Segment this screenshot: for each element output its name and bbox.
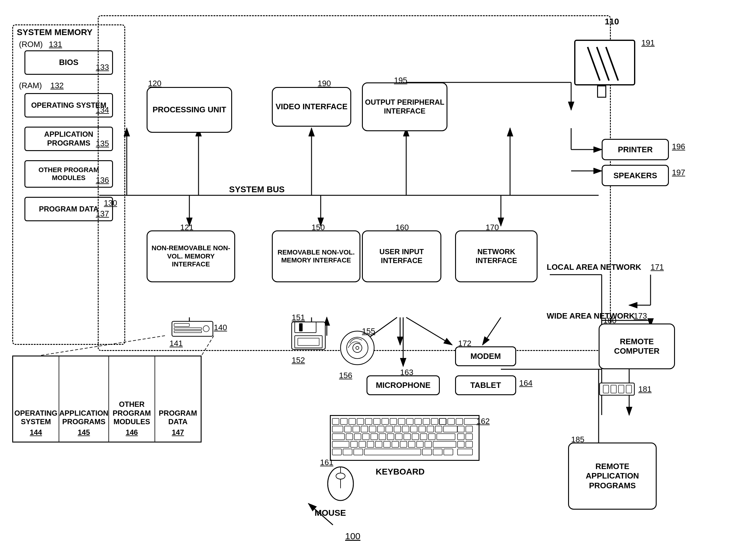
svg-rect-109 — [458, 434, 464, 440]
svg-rect-57 — [448, 418, 454, 424]
floppy2-ref: 152 — [292, 356, 305, 365]
keyboard-label: KEYBOARD — [376, 467, 425, 477]
hdd-ref: 140 — [214, 323, 227, 332]
svg-point-127 — [341, 331, 374, 365]
mouse-ref: 161 — [320, 458, 333, 467]
video-interface-box: VIDEO INTERFACE — [272, 87, 351, 127]
ref-100: 100 — [345, 531, 361, 541]
svg-rect-89 — [351, 441, 357, 447]
tablet-ref: 164 — [519, 378, 533, 388]
rc-ref: 180 — [603, 316, 616, 325]
svg-rect-103 — [364, 449, 421, 455]
svg-rect-58 — [456, 418, 463, 424]
svg-rect-44 — [341, 418, 347, 424]
output-peripheral-label: OUTPUT PERIPHERAL INTERFACE — [363, 98, 447, 116]
nonrem-box: NON-REMOVABLE NON-VOL. MEMORY INTERFACE — [147, 231, 235, 282]
ni-ref: 170 — [486, 223, 499, 232]
user-input-label: USER INPUT INTERFACE — [363, 247, 440, 265]
wan-ref: 173 — [634, 311, 647, 321]
svg-rect-88 — [332, 441, 349, 447]
svg-rect-91 — [367, 441, 374, 447]
remote-app-label: REMOTE APPLICATION PROGRAMS — [569, 462, 656, 491]
rom-label: (ROM) — [19, 40, 43, 49]
ram-ref: 132 — [51, 81, 63, 90]
monitor — [571, 37, 638, 98]
svg-rect-52 — [407, 418, 413, 424]
svg-rect-92 — [375, 441, 382, 447]
svg-rect-101 — [343, 449, 352, 455]
svg-rect-131 — [600, 383, 634, 395]
computer-container — [98, 15, 611, 351]
svg-rect-82 — [395, 434, 402, 440]
floppy-ref: 151 — [292, 313, 305, 322]
pu-ref: 120 — [148, 79, 161, 88]
nonrem-ref: 121 — [180, 223, 193, 232]
svg-rect-60 — [439, 418, 446, 424]
svg-rect-79 — [371, 434, 377, 440]
svg-rect-81 — [387, 434, 394, 440]
monitor-ref: 191 — [641, 38, 655, 47]
svg-rect-113 — [458, 449, 472, 455]
svg-rect-56 — [440, 418, 446, 424]
svg-rect-64 — [361, 426, 368, 432]
lan-ref: 171 — [651, 262, 664, 272]
table-app-ref: 145 — [78, 428, 90, 437]
hdd-icon — [171, 320, 214, 337]
speakers-ref: 197 — [672, 168, 685, 177]
mouse-label: MOUSE — [315, 508, 346, 518]
svg-rect-71 — [419, 426, 425, 432]
svg-rect-76 — [346, 434, 353, 440]
system-bus-label: SYSTEM BUS — [229, 185, 285, 194]
svg-rect-108 — [466, 426, 472, 432]
svg-point-116 — [336, 473, 345, 479]
svg-rect-63 — [353, 426, 360, 432]
modem-box: MODEM — [455, 346, 516, 366]
svg-rect-54 — [423, 418, 430, 424]
bios-label: BIOS — [59, 58, 78, 67]
table-cell-opm: OTHER PROGRAM MODULES 146 — [109, 357, 155, 442]
ui-ref: 160 — [395, 223, 409, 232]
svg-rect-74 — [444, 426, 457, 432]
rem-box: REMOVABLE NON-VOL. MEMORY INTERFACE — [272, 231, 361, 282]
svg-rect-87 — [437, 434, 455, 440]
remote-computer-box: REMOTE COMPUTER — [599, 323, 675, 369]
svg-rect-75 — [332, 434, 345, 440]
table-cell-pd: PROGRAM DATA 147 — [155, 357, 201, 442]
svg-rect-102 — [354, 449, 363, 455]
svg-rect-94 — [392, 441, 399, 447]
rem-label: REMOVABLE NON-VOL. MEMORY INTERFACE — [273, 248, 360, 265]
svg-rect-99 — [433, 441, 456, 447]
mic-ref: 163 — [400, 368, 413, 377]
hdd2-ref: 141 — [170, 339, 182, 348]
svg-rect-61 — [332, 426, 343, 432]
svg-rect-51 — [398, 418, 405, 424]
remote-computer-label: REMOTE COMPUTER — [600, 337, 674, 356]
svg-rect-97 — [417, 441, 423, 447]
svg-rect-80 — [379, 434, 386, 440]
svg-rect-106 — [444, 449, 453, 455]
table-pd-label: PROGRAM DATA — [155, 409, 201, 427]
svg-rect-112 — [466, 441, 472, 447]
vi-ref: 190 — [318, 79, 331, 88]
svg-rect-86 — [428, 434, 435, 440]
svg-rect-95 — [400, 441, 407, 447]
svg-rect-62 — [345, 426, 351, 432]
ram-label: (RAM) — [19, 81, 42, 90]
printer-box: PRINTER — [602, 139, 669, 160]
rem-ref: 150 — [311, 223, 325, 232]
speakers-box: SPEAKERS — [602, 165, 669, 186]
svg-rect-68 — [394, 426, 401, 432]
svg-rect-78 — [363, 434, 369, 440]
svg-rect-83 — [404, 434, 410, 440]
ra-ref: 185 — [571, 435, 584, 444]
hdd-expansion-table: OPERATING SYSTEM 144 APPLICATION PROGRAM… — [12, 356, 201, 442]
svg-rect-85 — [420, 434, 427, 440]
printer-ref: 196 — [672, 142, 685, 152]
svg-rect-96 — [408, 441, 415, 447]
speakers-label: SPEAKERS — [613, 171, 657, 180]
table-opm-label: OTHER PROGRAM MODULES — [109, 400, 155, 426]
pd-label: PROGRAM DATA — [39, 205, 98, 214]
network-adapter — [599, 381, 635, 397]
svg-rect-66 — [377, 426, 384, 432]
diagram: SYSTEM MEMORY (ROM) 131 BIOS 133 (RAM) 1… — [0, 0, 755, 560]
